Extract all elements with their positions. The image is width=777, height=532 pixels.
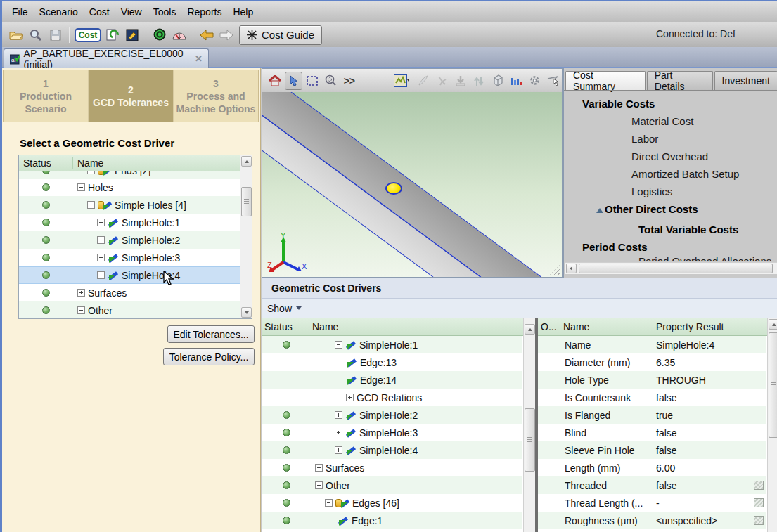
menu-view[interactable]: View: [115, 4, 148, 20]
save-icon[interactable]: [46, 26, 65, 44]
tree-row-simplehole-3[interactable]: SimpleHole:3: [19, 249, 240, 266]
property-row[interactable]: Hole TypeTHROUGH: [538, 371, 766, 389]
cost-item-other-direct-costs[interactable]: Other Direct Costs: [596, 203, 698, 215]
back-arrow-icon[interactable]: [197, 26, 217, 44]
expand-icon[interactable]: [335, 446, 342, 454]
scroll-up-icon[interactable]: [241, 156, 252, 167]
tree-row-holes[interactable]: Holes: [19, 179, 240, 196]
cost-item-amortized-batch-setup[interactable]: Amortized Batch Setup: [631, 168, 739, 180]
expand-icon[interactable]: [346, 394, 354, 401]
edit-scenario-icon[interactable]: [122, 26, 142, 44]
cost-button[interactable]: Cost: [73, 26, 103, 44]
property-row[interactable]: Threadedfalse: [538, 476, 766, 494]
scroll-thumb[interactable]: [579, 264, 773, 273]
property-row[interactable]: Thread Length (...-: [538, 494, 766, 512]
step-process-machine-options[interactable]: 3 Process and Machine Options: [174, 70, 258, 122]
menu-help[interactable]: Help: [227, 4, 259, 20]
view-mode-dropdown[interactable]: [390, 72, 413, 90]
gcd-tree-scrollbar[interactable]: [523, 318, 535, 532]
collapse-icon[interactable]: [77, 183, 85, 191]
expand-icon[interactable]: [77, 289, 85, 297]
edit-property-icon[interactable]: [754, 481, 764, 490]
search-icon[interactable]: [26, 26, 46, 44]
expand-icon[interactable]: [87, 171, 95, 174]
cost-item-direct-overhead[interactable]: Direct Overhead: [631, 150, 708, 162]
scroll-thumb[interactable]: [525, 408, 535, 472]
step-production-scenario[interactable]: 1 Production Scenario: [4, 70, 89, 122]
gcd-row-simplehole-3[interactable]: SimpleHole:3: [262, 424, 522, 441]
menu-scenario[interactable]: Scenario: [34, 4, 84, 20]
gcd-row-simplehole-1[interactable]: SimpleHole:1: [262, 336, 522, 353]
gcd-row-simplehole-2[interactable]: SimpleHole:2: [262, 406, 522, 424]
highlight-pen-icon[interactable]: [415, 72, 432, 90]
property-row[interactable]: NameSimpleHole:4: [538, 336, 766, 353]
collapse-up-icon[interactable]: [596, 208, 603, 213]
expand-icon[interactable]: [97, 236, 105, 244]
step-gcd-tolerances[interactable]: 2 GCD Tolerances: [89, 70, 174, 122]
pick-pointer-icon[interactable]: [545, 72, 562, 90]
gcd-row-surfaces[interactable]: Surfaces: [262, 459, 522, 476]
document-tab[interactable]: aP AP_BARTUBE_EXERCISE_EL0000 (initial) …: [4, 48, 209, 68]
gauge-icon[interactable]: [169, 26, 189, 44]
forward-arrow-icon[interactable]: [217, 26, 236, 44]
tree-row-surfaces[interactable]: Surfaces: [19, 284, 240, 301]
scroll-up-icon[interactable]: [525, 324, 535, 335]
home-view-icon[interactable]: [267, 72, 283, 90]
open-folder-icon[interactable]: [6, 26, 26, 44]
collapse-icon[interactable]: [315, 481, 323, 489]
expand-icon[interactable]: [97, 254, 105, 261]
tab-part-details[interactable]: Part Details: [647, 71, 713, 90]
property-row[interactable]: Is Flangedtrue: [538, 406, 766, 424]
scroll-up-icon[interactable]: [769, 319, 777, 330]
menu-reports[interactable]: Reports: [181, 4, 227, 20]
collapse-icon[interactable]: [335, 341, 342, 349]
edit-property-icon[interactable]: [754, 516, 764, 525]
cost-item-period-overhead-allocations[interactable]: Period Overhead Allocations: [638, 255, 771, 261]
expand-icon[interactable]: [315, 464, 323, 472]
cost-panel-hscrollbar[interactable]: [565, 262, 777, 274]
property-row[interactable]: Roughness (µm)<unspecified>: [538, 512, 766, 529]
scroll-left-icon[interactable]: [566, 264, 577, 273]
import-down-icon[interactable]: [452, 72, 469, 90]
cost-item-total-variable-costs[interactable]: Total Variable Costs: [638, 223, 738, 235]
gcd-row-edges-46[interactable]: Edges [46]: [262, 494, 522, 512]
gcd-row-edge-13[interactable]: Edge:13: [262, 353, 522, 371]
edit-tolerances-button[interactable]: Edit Tolerances...: [167, 325, 255, 343]
expand-icon[interactable]: [335, 429, 342, 436]
show-dropdown[interactable]: Show: [262, 299, 777, 318]
swap-views-icon[interactable]: [470, 72, 487, 90]
scroll-thumb[interactable]: [241, 187, 252, 216]
menu-tools[interactable]: Tools: [148, 4, 182, 20]
chart-icon[interactable]: [508, 72, 525, 90]
cost-item-material-cost[interactable]: Material Cost: [631, 115, 693, 127]
cube-view-icon[interactable]: [489, 72, 506, 90]
select-cursor-icon[interactable]: [285, 72, 302, 90]
selected-hole-highlight[interactable]: [385, 182, 402, 195]
gcd-row-simplehole-4[interactable]: SimpleHole:4: [262, 441, 522, 459]
zoom-region-icon[interactable]: [322, 72, 339, 90]
cost-item-labor[interactable]: Labor: [631, 133, 658, 145]
cost-item-variable-costs[interactable]: Variable Costs: [582, 98, 655, 110]
tab-investment[interactable]: Investment: [714, 71, 777, 90]
edit-property-icon[interactable]: [754, 498, 764, 507]
properties-scrollbar[interactable]: [767, 318, 777, 532]
flag-markers-icon[interactable]: [433, 72, 450, 90]
collapse-icon[interactable]: [325, 499, 333, 507]
tree-row-simplehole-2[interactable]: SimpleHole:2: [19, 231, 240, 249]
tree-row-ends[interactable]: Ends [2]: [19, 171, 240, 179]
viewport-resize-grip[interactable]: [549, 264, 560, 275]
gcd-row-other[interactable]: Other: [262, 476, 522, 494]
cad-viewport[interactable]: Y X Z: [262, 92, 562, 277]
gcd-row-edge-1[interactable]: Edge:1: [262, 512, 522, 529]
target-icon[interactable]: [150, 26, 169, 44]
collapse-icon[interactable]: [87, 201, 95, 209]
toolbar-overflow-icon[interactable]: >>: [341, 72, 358, 90]
tree-row-simple-holes[interactable]: Simple Holes [4]: [19, 196, 240, 214]
cost-item-period-costs[interactable]: Period Costs: [582, 241, 648, 253]
tree-row-other[interactable]: Other: [19, 301, 240, 318]
cost-update-icon[interactable]: [103, 26, 122, 44]
property-row[interactable]: Length (mm)6.00: [538, 459, 766, 476]
scroll-down-icon[interactable]: [241, 307, 252, 318]
property-row[interactable]: Sleeve Pin Holefalse: [538, 441, 766, 459]
property-row[interactable]: Is Countersunkfalse: [538, 389, 766, 406]
